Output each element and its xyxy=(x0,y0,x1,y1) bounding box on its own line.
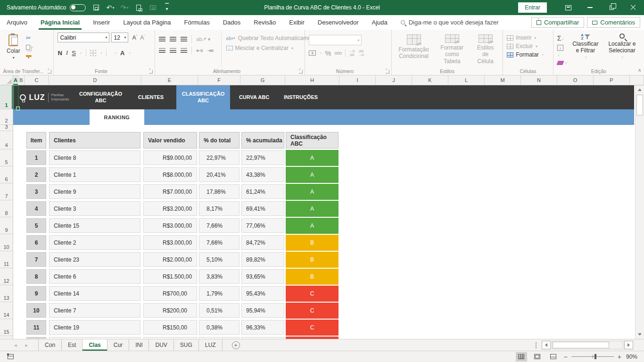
sheet-tab-ini[interactable]: INI xyxy=(129,339,149,351)
accounting-format-icon[interactable]: $ xyxy=(309,50,316,56)
horizontal-scroll-thumb[interactable] xyxy=(553,342,609,348)
sheet-tab-clas[interactable]: Clas xyxy=(83,339,107,351)
close-button[interactable] xyxy=(622,0,644,15)
macro-record-icon[interactable] xyxy=(8,354,14,359)
borders-icon[interactable] xyxy=(90,50,96,56)
align-bottom-icon[interactable] xyxy=(181,37,187,41)
row-header-5[interactable]: 5 xyxy=(0,149,13,166)
row-header-12[interactable]: 12 xyxy=(0,268,13,285)
sheet-tab-duv[interactable]: DUV xyxy=(149,339,173,351)
increase-font-icon[interactable]: Aˆ xyxy=(132,34,137,41)
cut-button[interactable]: ✂ xyxy=(26,34,33,41)
sheet-tab-luz[interactable]: LUZ xyxy=(199,339,223,351)
alignment-dialog-launcher-icon[interactable] xyxy=(299,70,303,74)
workbook-tab-configuracao-abc[interactable]: CONFIGURAÇÃO ABC xyxy=(76,85,125,109)
tell-me-search[interactable]: Diga-me o que você deseja fazer xyxy=(401,15,499,30)
sheet-nav-right-icon[interactable]: ▸ xyxy=(25,342,28,348)
increase-decimal-icon[interactable]: ←0,00 xyxy=(349,49,355,57)
underline-button[interactable]: S xyxy=(72,49,76,57)
font-size-select[interactable]: 12▾ xyxy=(111,33,128,42)
sheet-tab-est[interactable]: Est xyxy=(62,339,83,351)
zoom-out-button[interactable]: − xyxy=(564,354,568,359)
ribbon-tab-exibir[interactable]: Exibir xyxy=(282,15,311,30)
fill-button[interactable]: ↓▾ xyxy=(557,45,567,58)
bold-button[interactable]: N xyxy=(58,49,62,57)
workbook-tab-curva-abc[interactable]: CURVA ABC xyxy=(230,85,278,109)
format-cells-button[interactable]: Formatar▾ xyxy=(507,51,544,58)
sheet-tab-sug[interactable]: SUG xyxy=(174,339,199,351)
row-header-15[interactable]: 15 xyxy=(0,319,13,336)
restore-button[interactable] xyxy=(601,0,622,15)
page-layout-view-button[interactable] xyxy=(532,352,543,362)
decrease-indent-icon[interactable]: ⇤≡ xyxy=(196,48,203,54)
row-header-6[interactable]: 6 xyxy=(0,166,13,183)
decrease-font-icon[interactable]: Aˇ xyxy=(140,34,145,41)
row-header-3[interactable]: 3 xyxy=(0,125,13,131)
row-header-10[interactable]: 10 xyxy=(0,234,13,251)
align-top-icon[interactable] xyxy=(159,37,165,41)
workbook-tab-classificacao-abc[interactable]: CLASSIFICAÇÃO ABC xyxy=(176,85,230,109)
collapse-ribbon-icon[interactable]: ˄ xyxy=(638,67,641,73)
column-header-F[interactable]: F xyxy=(198,75,240,85)
row-header-2[interactable]: 2 xyxy=(0,109,13,125)
zoom-level[interactable]: 90% xyxy=(626,354,637,360)
autosum-button[interactable]: Σ▾ xyxy=(557,34,567,42)
sheet-tab-cur[interactable]: Cur xyxy=(107,339,129,351)
column-header-O[interactable]: O xyxy=(557,75,594,85)
vertical-scrollbar[interactable] xyxy=(635,85,644,339)
select-all-corner[interactable] xyxy=(0,75,13,85)
zoom-in-button[interactable]: + xyxy=(618,354,621,359)
row-header-4[interactable]: 4 xyxy=(0,131,13,149)
column-header-N[interactable]: N xyxy=(521,75,557,85)
row-header-14[interactable]: 14 xyxy=(0,302,13,319)
autosave-toggle-group[interactable]: Salvamento Automático xyxy=(7,4,86,11)
new-sheet-button[interactable]: + xyxy=(232,341,240,349)
comma-style-icon[interactable]: 000 xyxy=(335,51,342,56)
italic-button[interactable]: I xyxy=(66,49,68,57)
column-header-H[interactable]: H xyxy=(285,75,339,85)
font-dialog-launcher-icon[interactable] xyxy=(149,70,153,74)
column-header-D[interactable]: D xyxy=(49,75,141,85)
column-header-L[interactable]: L xyxy=(448,75,485,85)
print-preview-icon[interactable] xyxy=(135,4,142,11)
column-header-B[interactable]: B xyxy=(18,75,25,85)
row-header-11[interactable]: 11 xyxy=(0,251,13,268)
ribbon-display-options-button[interactable] xyxy=(557,0,579,15)
ribbon-tab-pagina-inicial[interactable]: Página Inicial xyxy=(34,15,86,30)
sign-in-button[interactable]: Entrar xyxy=(518,2,547,13)
column-header-G[interactable]: G xyxy=(240,75,285,85)
ribbon-tab-layout-da-pagina[interactable]: Layout da Página xyxy=(116,15,177,30)
ribbon-tab-ajuda[interactable]: Ajuda xyxy=(365,15,394,30)
column-header-C[interactable]: C xyxy=(25,75,49,85)
sheet-nav-left-icon[interactable]: ◂ xyxy=(14,342,17,348)
column-header-P[interactable]: P xyxy=(594,75,630,85)
column-header-K[interactable]: K xyxy=(412,75,448,85)
splitter-handle[interactable] xyxy=(535,342,537,348)
row-header-1[interactable]: 1 xyxy=(0,85,13,109)
paste-button[interactable]: Colar ▾ xyxy=(4,33,23,66)
ribbon-tab-formulas[interactable]: Fórmulas xyxy=(178,15,216,30)
ribbon-tab-inserir[interactable]: Inserir xyxy=(86,15,116,30)
copy-button[interactable]: ▾ xyxy=(26,44,33,51)
clear-button[interactable]: ▾ xyxy=(557,61,567,65)
page-break-view-button[interactable] xyxy=(548,352,559,362)
vertical-scroll-thumb[interactable] xyxy=(636,95,643,115)
workbook-tab-instrucoes[interactable]: INSTRUÇÕES xyxy=(278,85,323,109)
scroll-right-button[interactable] xyxy=(624,341,633,349)
ribbon-tab-arquivo[interactable]: Arquivo xyxy=(0,15,34,30)
percent-style-icon[interactable]: % xyxy=(325,49,331,57)
clipboard-dialog-launcher-icon[interactable] xyxy=(48,70,51,74)
scroll-down-button[interactable] xyxy=(636,330,644,339)
customize-qat-icon[interactable]: ▔▾ xyxy=(163,4,171,11)
ribbon-tab-dados[interactable]: Dados xyxy=(216,15,248,30)
column-header-M[interactable]: M xyxy=(485,75,521,85)
format-painter-button[interactable] xyxy=(26,53,33,60)
font-color-button[interactable]: A xyxy=(120,49,124,57)
normal-view-button[interactable] xyxy=(516,352,527,362)
decrease-decimal-icon[interactable]: ,00→0 xyxy=(358,49,363,57)
align-middle-icon[interactable] xyxy=(170,37,176,41)
subtab-ranking[interactable]: RANKING xyxy=(90,109,144,125)
horizontal-scrollbar[interactable] xyxy=(535,341,633,349)
column-header-J[interactable]: J xyxy=(376,75,412,85)
scroll-left-button[interactable] xyxy=(542,341,551,349)
